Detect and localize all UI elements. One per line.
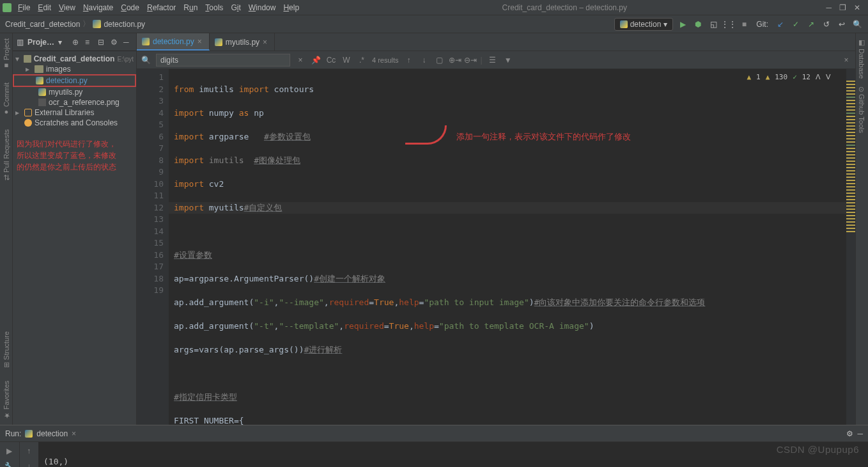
watermark: CSDN @Upupup6: [777, 444, 859, 455]
python-file-icon: [93, 20, 101, 28]
run-button[interactable]: ▶: [677, 19, 688, 30]
weak-warning-icon: ▲: [766, 72, 770, 84]
menu-code[interactable]: Code: [117, 2, 143, 13]
regex-icon[interactable]: .*: [357, 55, 367, 65]
close-icon[interactable]: ✕: [854, 3, 860, 12]
project-header[interactable]: Proje…: [27, 38, 54, 47]
tool-pull-requests[interactable]: ⇄ Pull Requests: [2, 129, 10, 180]
run-config-name: detection: [36, 429, 68, 438]
tree-file-ocr[interactable]: ocr_a_reference.png: [13, 97, 136, 107]
close-run-tab-icon[interactable]: ×: [72, 429, 76, 438]
editor-tab-detection[interactable]: detection.py ×: [137, 33, 210, 51]
tree-external-libs[interactable]: ▸ External Libraries: [13, 107, 136, 118]
clear-icon[interactable]: ×: [295, 55, 306, 65]
git-commit-icon[interactable]: ✓: [790, 19, 802, 30]
tool-database[interactable]: ◧ Database: [858, 38, 866, 79]
tree-project-root[interactable]: ▾ Credit_card_detection E:\pyt: [13, 54, 136, 64]
select-all-icon[interactable]: ▢: [435, 55, 445, 65]
tool-structure[interactable]: ⊞ Structure: [2, 331, 10, 368]
menu-view[interactable]: View: [55, 2, 79, 13]
hide-icon[interactable]: ─: [123, 38, 132, 47]
pin-icon[interactable]: 📌: [311, 55, 321, 65]
menu-edit[interactable]: Edit: [34, 2, 55, 13]
tree-scratches[interactable]: Scratches and Consoles: [13, 118, 136, 128]
breadcrumb-file[interactable]: detection.py: [104, 20, 145, 29]
gear-icon[interactable]: ⚙: [846, 429, 853, 438]
tool-project[interactable]: ■ Project: [3, 38, 10, 70]
menu-navigate[interactable]: Navigate: [79, 2, 117, 13]
search-icon[interactable]: 🔍: [141, 55, 151, 65]
red-annotation-code: 添加一句注释，表示对该文件下的代码作了修改: [456, 131, 631, 143]
list-icon[interactable]: ☰: [488, 55, 498, 65]
git-history-icon[interactable]: ↺: [821, 19, 832, 30]
python-icon: [620, 20, 628, 28]
coverage-button[interactable]: ◱: [708, 19, 719, 30]
stop-button[interactable]: ■: [738, 19, 750, 30]
window-title: Credit_card_detection – detection.py: [303, 3, 826, 12]
run-config-dropdown[interactable]: detection ▾: [614, 18, 674, 31]
gear-icon[interactable]: ⚙: [111, 38, 120, 47]
add-selection-icon[interactable]: ⊕⇥: [450, 55, 460, 65]
python-file-icon: [38, 88, 46, 96]
breadcrumb-root[interactable]: Credit_card_detection: [5, 20, 80, 29]
menu-help[interactable]: Help: [279, 2, 303, 13]
tree-file-detection[interactable]: detection.py: [13, 74, 136, 87]
chevron-down-icon: ▾: [15, 54, 21, 63]
python-file-icon: [142, 38, 150, 45]
hide-icon[interactable]: ─: [857, 429, 863, 438]
chevron-down-icon: ▾: [663, 20, 667, 29]
tool-commit[interactable]: ● Commit: [3, 83, 10, 116]
python-file-icon: [215, 38, 222, 46]
menu-run[interactable]: Run: [180, 2, 201, 13]
git-rollback-icon[interactable]: ↩: [836, 19, 848, 30]
tree-file-myutils[interactable]: myutils.py: [13, 87, 136, 97]
expand-icon[interactable]: ≡: [85, 38, 94, 47]
code-editor[interactable]: 12345678910111213141516171819 from imuti…: [137, 69, 855, 425]
up-icon[interactable]: ↑: [22, 445, 35, 457]
minimize-icon[interactable]: ─: [826, 3, 832, 12]
profile-button[interactable]: ⋮⋮: [723, 19, 734, 30]
search-input[interactable]: [156, 54, 290, 67]
collapse-icon[interactable]: ⊟: [98, 38, 107, 47]
menu-tools[interactable]: Tools: [201, 2, 227, 13]
next-icon[interactable]: ↓: [419, 55, 430, 65]
git-update-icon[interactable]: ↙: [775, 19, 786, 30]
close-search-icon[interactable]: ×: [841, 55, 851, 65]
menu-window[interactable]: Window: [245, 2, 280, 13]
chevron-up-icon[interactable]: ᐱ: [816, 72, 821, 84]
image-file-icon: [38, 99, 46, 106]
maximize-icon[interactable]: ❐: [839, 3, 846, 12]
debug-button[interactable]: ⬢: [692, 19, 704, 30]
chevron-down-icon[interactable]: ᐯ: [826, 72, 831, 84]
app-icon: [3, 3, 12, 12]
tree-folder-images[interactable]: ▸ images: [13, 64, 136, 74]
menu-refactor[interactable]: Refactor: [143, 2, 180, 13]
chevron-down-icon[interactable]: ▾: [58, 38, 62, 47]
target-icon[interactable]: ⊕: [72, 38, 81, 47]
word-icon[interactable]: W: [341, 55, 352, 65]
editor-tab-myutils[interactable]: myutils.py ×: [210, 33, 275, 51]
git-push-icon[interactable]: ↗: [805, 19, 817, 30]
tool-favorites[interactable]: ★ Favorites: [2, 381, 10, 420]
run-output[interactable]: (10,) E:/python/Credit_card_detection/de…: [38, 442, 868, 467]
filter-icon[interactable]: ▼: [503, 55, 513, 65]
case-icon[interactable]: Cc: [326, 55, 336, 65]
inspections-summary[interactable]: ▲1 ▲130 ✓12 ᐱ ᐯ: [747, 72, 831, 84]
rerun-button[interactable]: ▶: [3, 445, 15, 457]
search-icon[interactable]: 🔍: [851, 19, 863, 30]
red-annotation-project: 因为我们对代码进行了修改， 所以这里变成了蓝色，未修改 的仍然是你之前上传后的状…: [13, 131, 136, 180]
close-tab-icon[interactable]: ×: [263, 38, 269, 47]
breadcrumb: Credit_card_detection 〉 detection.py: [5, 19, 145, 29]
error-stripe[interactable]: [846, 69, 855, 425]
prev-icon[interactable]: ↑: [404, 55, 414, 65]
menu-file[interactable]: File: [14, 2, 34, 13]
menu-git[interactable]: Git: [227, 2, 244, 13]
add-selection2-icon[interactable]: ⊖⇥: [465, 55, 476, 65]
down-icon[interactable]: ↓: [22, 460, 35, 467]
line-gutter: 12345678910111213141516171819: [137, 69, 169, 425]
tool-github[interactable]: ⊙ Github Tools: [858, 86, 866, 133]
tool-icon[interactable]: 🔧: [3, 460, 15, 467]
code-content[interactable]: from imutils import contours import nump…: [169, 69, 846, 425]
chevron-right-icon: ▸: [15, 108, 22, 117]
close-tab-icon[interactable]: ×: [198, 37, 204, 46]
